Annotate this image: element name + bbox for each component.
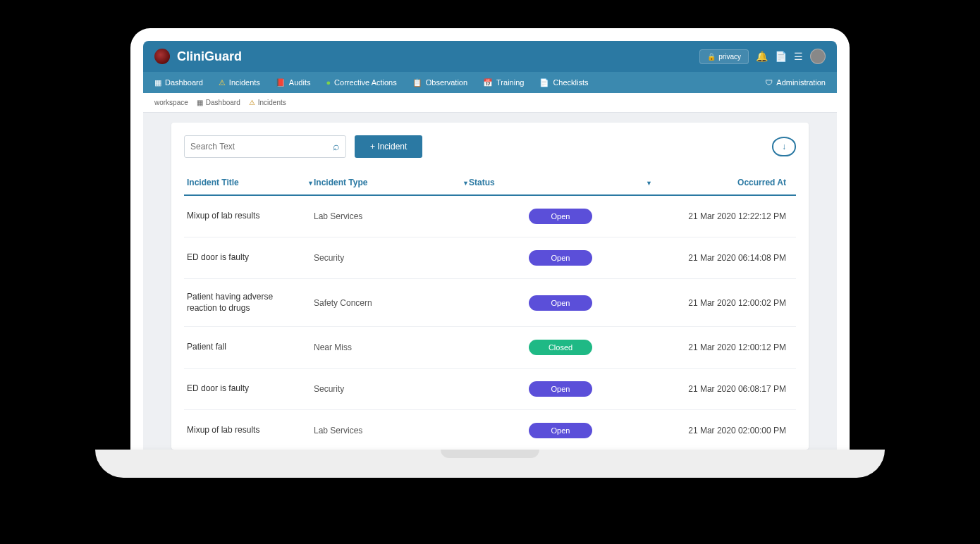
status-badge-open[interactable]: Open xyxy=(529,423,592,438)
filter-icon[interactable] xyxy=(307,178,314,187)
checklist-icon xyxy=(539,78,549,87)
cell-title: ED door is faulty xyxy=(187,383,314,395)
cell-date: 21 Mar 2020 06:14:08 PM xyxy=(652,253,793,263)
cell-title: Mixup of lab results xyxy=(187,211,314,222)
cell-type: Security xyxy=(314,384,469,394)
privacy-label: privacy xyxy=(718,53,741,61)
table-row[interactable]: Patient fallNear MissClosed21 Mar 2020 1… xyxy=(184,327,796,369)
nav-training[interactable]: Training xyxy=(483,78,524,87)
col-type[interactable]: Incident Type xyxy=(314,178,469,187)
add-incident-button[interactable]: + Incident xyxy=(355,135,422,158)
laptop-base xyxy=(95,450,885,478)
brand-logo-icon xyxy=(154,49,170,64)
filter-icon[interactable] xyxy=(646,178,652,187)
cell-title: ED door is faulty xyxy=(187,252,314,264)
table-row[interactable]: Mixup of lab resultsLab ServicesOpen21 M… xyxy=(184,410,796,450)
status-badge-closed[interactable]: Closed xyxy=(529,340,592,355)
cell-type: Near Miss xyxy=(314,342,469,352)
status-badge-open[interactable]: Open xyxy=(529,295,592,311)
table-row[interactable]: ED door is faultySecurityOpen21 Mar 2020… xyxy=(184,369,796,410)
search-icon[interactable] xyxy=(333,140,340,153)
filter-icon[interactable] xyxy=(463,178,469,187)
lock-icon xyxy=(707,53,716,61)
breadcrumb-workspace[interactable]: workspace xyxy=(154,99,188,106)
globe-icon xyxy=(326,78,331,87)
table-body: Mixup of lab resultsLab ServicesOpen21 M… xyxy=(184,196,796,450)
cell-title: Patient fall xyxy=(187,342,314,353)
table-row[interactable]: Mixup of lab resultsLab ServicesOpen21 M… xyxy=(184,196,796,237)
incidents-card: + Incident Incident Title Incident Type … xyxy=(171,123,809,450)
status-badge-open[interactable]: Open xyxy=(529,250,592,266)
nav-corrective-actions[interactable]: Corrective Actions xyxy=(326,78,396,87)
breadcrumb: workspace Dashboard Incidents xyxy=(143,93,837,113)
breadcrumb-dashboard[interactable]: Dashboard xyxy=(197,99,240,106)
clipboard-icon xyxy=(412,78,422,87)
search-box[interactable] xyxy=(184,135,346,158)
cell-date: 21 Mar 2020 12:00:02 PM xyxy=(652,298,793,308)
table-header: Incident Title Incident Type Status Occu… xyxy=(184,171,796,196)
privacy-button[interactable]: privacy xyxy=(699,49,749,64)
warning-icon xyxy=(249,99,258,106)
cell-date: 21 Mar 2020 02:00:00 PM xyxy=(652,426,793,435)
cell-status: Open xyxy=(469,423,652,438)
main-nav: Dashboard Incidents Audits Corrective Ac… xyxy=(143,72,837,93)
cell-title: Mixup of lab results xyxy=(187,425,314,436)
main-area: + Incident Incident Title Incident Type … xyxy=(143,113,837,450)
table-row[interactable]: ED door is faultySecurityOpen21 Mar 2020… xyxy=(184,237,796,279)
col-status[interactable]: Status xyxy=(469,178,652,187)
laptop-frame: CliniGuard privacy 🔔 📄 ☰ Dashboard Incid… xyxy=(130,28,850,450)
bell-icon[interactable]: 🔔 xyxy=(756,51,768,62)
nav-incidents[interactable]: Incidents xyxy=(219,78,260,87)
brand-name: CliniGuard xyxy=(177,49,242,64)
download-icon[interactable] xyxy=(772,137,796,156)
toolbar: + Incident xyxy=(184,135,796,158)
table-row[interactable]: Patient having adverse reaction to drugs… xyxy=(184,279,796,327)
cell-date: 21 Mar 2020 12:00:12 PM xyxy=(652,342,793,352)
calendar-icon xyxy=(483,78,493,87)
cell-status: Open xyxy=(469,381,652,397)
cell-title: Patient having adverse reaction to drugs xyxy=(187,292,314,314)
search-input[interactable] xyxy=(190,142,333,152)
cell-date: 21 Mar 2020 06:08:17 PM xyxy=(652,384,793,394)
status-badge-open[interactable]: Open xyxy=(529,209,592,224)
warning-icon xyxy=(219,78,226,87)
shield-icon xyxy=(765,78,773,87)
nav-audits[interactable]: Audits xyxy=(276,78,311,87)
avatar[interactable] xyxy=(810,49,826,64)
cell-type: Lab Services xyxy=(314,426,469,435)
nav-administration[interactable]: Administration xyxy=(765,78,826,87)
col-date[interactable]: Occurred At xyxy=(652,178,793,187)
cell-type: Safety Concern xyxy=(314,298,469,308)
book-icon xyxy=(276,78,286,87)
cell-type: Security xyxy=(314,253,469,263)
cell-type: Lab Services xyxy=(314,211,469,221)
nav-observation[interactable]: Observation xyxy=(412,78,467,87)
document-icon[interactable]: 📄 xyxy=(775,51,787,62)
col-title[interactable]: Incident Title xyxy=(187,178,314,187)
breadcrumb-incidents[interactable]: Incidents xyxy=(249,99,286,106)
cell-status: Closed xyxy=(469,340,652,355)
grid-icon xyxy=(197,99,206,106)
cell-status: Open xyxy=(469,250,652,266)
top-bar: CliniGuard privacy 🔔 📄 ☰ xyxy=(143,41,837,72)
cell-status: Open xyxy=(469,209,652,224)
cell-status: Open xyxy=(469,295,652,311)
grid-icon xyxy=(154,78,161,87)
app-screen: CliniGuard privacy 🔔 📄 ☰ Dashboard Incid… xyxy=(143,41,837,450)
status-badge-open[interactable]: Open xyxy=(529,381,592,397)
cell-date: 21 Mar 2020 12:22:12 PM xyxy=(652,211,793,221)
nav-checklists[interactable]: Checklists xyxy=(539,78,588,87)
menu-icon[interactable]: ☰ xyxy=(794,51,803,62)
nav-dashboard[interactable]: Dashboard xyxy=(154,78,203,87)
